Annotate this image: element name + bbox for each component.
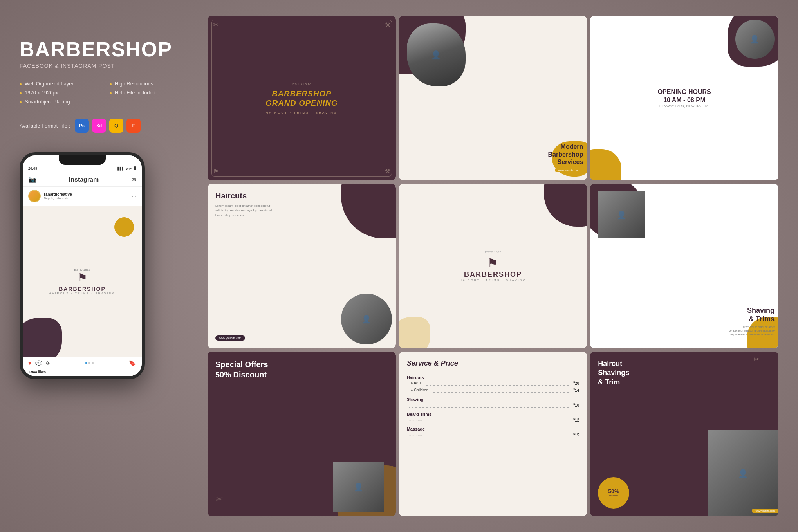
price-amount-massage: $15 xyxy=(573,433,579,438)
barber-photo-1: 👤 xyxy=(407,23,466,86)
haircut2-title: HaircutShavings& Trim xyxy=(598,359,771,387)
shaving-desc: Lorem ipsum dolor sit amet consectetur a… xyxy=(728,325,775,337)
price-row-adult: » Adult ............ $20 xyxy=(407,381,580,387)
barber-photo-5: 👤 xyxy=(333,462,384,512)
camera-icon: 📷 xyxy=(28,176,36,183)
ig-location: Depok, Indonesia xyxy=(44,197,72,200)
price-dots-massage: ............ xyxy=(409,433,571,437)
grand-title: BARBERSHOPGRAND OPENING xyxy=(265,89,338,108)
ig-likes: 1.984 likes xyxy=(23,369,142,376)
left-panel: BARBERSHOP FACEBOOK & INSTAGRAM POST Wel… xyxy=(20,16,192,516)
barber-photo-4: 👤 xyxy=(598,191,645,238)
special-photo: 👤 xyxy=(333,462,384,512)
haircut2-photo: 👤 xyxy=(708,430,778,516)
phone-time: 20:09 xyxy=(28,166,37,170)
haircut2-discount-pct: 50% xyxy=(608,488,619,494)
price-amount-children: $14 xyxy=(573,388,579,394)
price-row-children: » Children ............ $14 xyxy=(407,388,580,394)
barber-photo-6: 👤 xyxy=(708,430,778,516)
mini-blob-1 xyxy=(23,318,62,357)
feature-item-2: 1920 x 1920px xyxy=(20,90,102,96)
center-estd: ESTD 1892 xyxy=(485,251,501,254)
price-dots-beard: ............ xyxy=(409,418,571,422)
price-dots-shaving: ............ xyxy=(409,403,571,408)
shaving-title: Shaving& Trims xyxy=(728,307,775,323)
post-special-offers: 👤 ✂ Special Offers50% Discount xyxy=(208,352,396,516)
ig-icons: ✉ xyxy=(132,177,136,183)
center-blob-dark xyxy=(544,184,587,227)
special-deco-icon: ✂ xyxy=(215,494,223,505)
format-ps: Ps xyxy=(75,119,89,133)
price-category-beard: Beard Trims xyxy=(407,412,580,417)
post-opening-hours: 👤 OPENING HOURS10 AM - 08 PM FENWAY PARK… xyxy=(590,16,778,180)
shaving-text: Shaving& Trims Lorem ipsum dolor sit ame… xyxy=(728,307,775,337)
mini-barber-pole-icon: ⚑ xyxy=(78,271,87,284)
grand-estd: ESTD 1892 xyxy=(292,82,311,86)
post-grand-opening: ✂ ⚒ ⚑ ⚒ ESTD 1892 BARBERSHOPGRAND OPENIN… xyxy=(208,16,396,180)
price-amount-shaving: $10 xyxy=(573,403,579,409)
price-category-massage: Massage xyxy=(407,427,580,431)
mini-post: ESTD 1892 ⚑ BARBERSHOP HAIRCUT · TRIMS ·… xyxy=(23,206,142,357)
modern-url: www.yoursite.com xyxy=(555,168,583,172)
hours-blob-gold xyxy=(590,149,621,180)
format-xd: Xd xyxy=(92,119,106,133)
center-blob-gold xyxy=(399,317,430,348)
ig-dot-2 xyxy=(88,362,90,364)
price-amount-beard: $12 xyxy=(573,418,579,424)
post-haircuts: 👤 Haircuts Lorem ipsum dolor sit amet co… xyxy=(208,184,396,348)
price-title: Service & Price xyxy=(407,359,580,368)
wifi-icon: WiFi xyxy=(126,167,132,170)
price-dots-children: ............ xyxy=(431,388,571,393)
haircut2-url: www.yoursite.com xyxy=(752,509,778,513)
price-item-children: » Children xyxy=(411,388,429,394)
ig-action-icons: ♥ 💬 ✈ xyxy=(28,360,51,366)
hours-location: FENWAY PARK, NEVADA - CA. xyxy=(659,104,710,108)
format-sketch: ⬡ xyxy=(109,119,123,133)
ig-more-dots[interactable]: ··· xyxy=(132,193,136,199)
price-row-shaving: ............ $10 xyxy=(407,403,580,409)
haircuts-desc: Lorem ipsum dolor sit amet consectetur a… xyxy=(215,204,278,218)
bookmark-icon[interactable]: 🔖 xyxy=(128,359,136,367)
format-figma: F xyxy=(126,119,141,133)
format-label: Available Format File : xyxy=(20,123,70,129)
mini-shop-sub: HAIRCUT · TRIMS · SHAVING xyxy=(49,292,116,295)
comment-icon[interactable]: 💬 xyxy=(35,360,42,366)
ig-username: rahardicreative xyxy=(44,192,72,197)
ig-actions: ♥ 💬 ✈ 🔖 xyxy=(23,357,142,369)
comb-icon-bl: ⚑ xyxy=(213,168,218,175)
phone-screen: 20:09 ▌▌▌ WiFi ▉ 📷 Instagram ✉ xyxy=(23,155,142,376)
mini-estd: ESTD 1892 xyxy=(74,268,90,271)
ig-dot-3 xyxy=(92,362,94,364)
mini-shop-name: BARBERSHOP xyxy=(59,286,106,292)
share-icon[interactable]: ✈ xyxy=(46,360,51,366)
price-category-haircuts: Haircuts xyxy=(407,375,580,380)
feature-item-5: Help File Included xyxy=(110,90,192,96)
feature-item-4: High Resolutions xyxy=(110,81,192,87)
barber-photo-3: 👤 xyxy=(341,294,392,344)
feature-item-3: Smartobject Placing xyxy=(20,99,102,105)
center-name: BARBERSHOP xyxy=(464,271,522,279)
price-amount-adult: $20 xyxy=(573,381,579,387)
feature-item-1: Well Organized Layer xyxy=(20,81,102,87)
ig-avatar xyxy=(28,190,41,202)
brush-icon-br: ⚒ xyxy=(385,168,390,175)
haircuts-url: www.yoursite.com xyxy=(215,335,245,341)
post-service-price: Service & Price Haircuts » Adult .......… xyxy=(399,352,587,516)
haircut2-discount-label: Discount xyxy=(609,494,618,497)
price-dots-adult: ............ xyxy=(425,381,571,386)
price-divider xyxy=(407,371,580,371)
heart-icon[interactable]: ♥ xyxy=(28,360,31,366)
price-row-massage: ............ $15 xyxy=(407,433,580,438)
barber-photo-2: 👤 xyxy=(735,20,775,59)
ig-post-image: ESTD 1892 ⚑ BARBERSHOP HAIRCUT · TRIMS ·… xyxy=(23,206,142,357)
send-icon: ✉ xyxy=(132,177,136,183)
modern-text: ModernBarbershopServices www.yoursite.co… xyxy=(548,143,583,173)
right-grid: ✂ ⚒ ⚑ ⚒ ESTD 1892 BARBERSHOPGRAND OPENIN… xyxy=(208,16,778,516)
price-row-beard: ............ $12 xyxy=(407,418,580,424)
brand-title: BARBERSHOP xyxy=(20,39,192,60)
modern-title: ModernBarbershopServices xyxy=(548,143,583,166)
format-row: Available Format File : Ps Xd ⬡ F xyxy=(20,119,192,133)
ig-dots xyxy=(85,362,94,364)
scissors-icon-tl: ✂ xyxy=(213,21,218,29)
modern-photo: 👤 xyxy=(407,23,466,86)
